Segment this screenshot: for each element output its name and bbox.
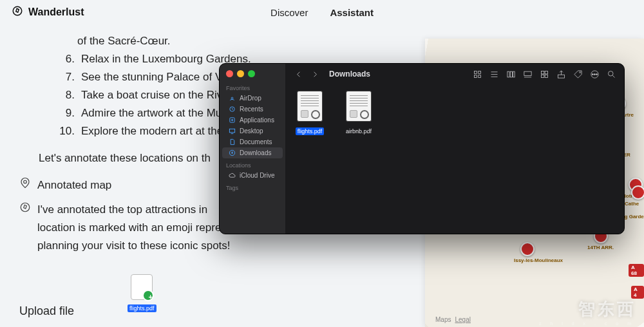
share-button[interactable]: [556, 69, 566, 79]
pdf-icon: [346, 91, 372, 122]
tag-button[interactable]: [573, 69, 583, 79]
svg-rect-11: [478, 75, 480, 77]
brand-name: Wanderlust: [28, 6, 84, 18]
svg-point-24: [592, 73, 593, 75]
group-button[interactable]: [539, 69, 549, 79]
thumbnail-label: flights.pdf: [128, 304, 156, 312]
svg-point-2: [21, 203, 30, 212]
svg-point-26: [608, 71, 613, 76]
map-attribution: Maps Legal: [431, 316, 471, 323]
list-item: Take a boat cruise on the River: [81, 86, 232, 104]
svg-rect-19: [545, 75, 547, 77]
watermark: 智东西: [578, 298, 636, 321]
svg-rect-18: [541, 75, 544, 77]
pdf-icon: [297, 91, 323, 122]
window-traffic-lights[interactable]: [220, 64, 285, 81]
file-grid[interactable]: flights.pdfairbnb.pdf: [285, 84, 624, 234]
gallery-view-button[interactable]: [522, 69, 533, 79]
file-item[interactable]: airbnb.pdf: [343, 91, 374, 136]
svg-point-21: [579, 71, 580, 73]
downloads-icon: [229, 149, 236, 156]
svg-rect-20: [558, 75, 564, 78]
file-label: flights.pdf: [296, 127, 325, 135]
road-shield: A 68: [629, 264, 644, 277]
applications-icon: [229, 117, 236, 124]
finder-sidebar: Favorites AirDropRecentsApplicationsDesk…: [220, 64, 285, 234]
upload-file-label[interactable]: Upload file: [19, 304, 74, 318]
nav-discover[interactable]: Discover: [270, 7, 308, 18]
column-view-button[interactable]: [506, 69, 516, 79]
finder-main: Downloads flights.pdfairbnb.pdf: [285, 64, 624, 234]
locations-label: Locations: [220, 158, 285, 170]
road-shield: A 4: [631, 286, 644, 299]
svg-point-25: [596, 73, 597, 75]
compass-icon: [19, 201, 31, 219]
list-fragment-top: of the Sacré-Cœur.: [77, 32, 393, 50]
tags-label: Tags: [220, 181, 285, 192]
svg-rect-13: [510, 71, 512, 77]
action-button[interactable]: [589, 69, 600, 79]
sidebar-item-documents[interactable]: Documents: [222, 136, 283, 147]
favorites-label: Favorites: [220, 81, 285, 93]
list-item: Explore the modern art at the C: [81, 122, 234, 140]
svg-rect-14: [513, 71, 515, 77]
sidebar-item-downloads[interactable]: Downloads: [222, 147, 283, 158]
svg-rect-15: [524, 71, 531, 75]
maximize-icon[interactable]: [248, 70, 255, 77]
cloud-icon: [229, 172, 236, 179]
map-pin-label: Cathe: [625, 201, 639, 207]
finder-window[interactable]: Favorites AirDropRecentsApplicationsDesk…: [219, 63, 625, 234]
svg-rect-8: [474, 71, 477, 73]
back-button[interactable]: [293, 69, 303, 79]
svg-rect-12: [507, 71, 509, 77]
icon-view-button[interactable]: [472, 69, 482, 79]
sidebar-item-airdrop[interactable]: AirDrop: [222, 93, 283, 104]
svg-point-23: [594, 73, 595, 75]
map-pin-label: 14TH ARR.: [587, 245, 614, 250]
list-item: Admire the artwork at the Mus: [81, 104, 227, 122]
svg-rect-10: [474, 75, 477, 77]
map-pin[interactable]: [631, 185, 644, 200]
documents-icon: [229, 138, 236, 145]
svg-rect-6: [229, 129, 234, 133]
recents-icon: [229, 106, 236, 113]
airdrop-icon: [229, 95, 236, 102]
list-item: See the stunning Palace of Ver: [81, 68, 231, 86]
top-nav: Discover Assistant: [270, 7, 374, 18]
svg-point-0: [13, 6, 22, 15]
pdf-icon: [131, 274, 153, 300]
annotated-map-label: Annotated map: [37, 176, 111, 194]
svg-rect-9: [478, 71, 480, 73]
file-item[interactable]: flights.pdf: [294, 91, 325, 136]
map-pin-label: Issy-les-Moulineaux: [514, 257, 563, 263]
search-button[interactable]: [606, 69, 616, 79]
svg-point-1: [24, 181, 27, 184]
sidebar-item-applications[interactable]: Applications: [222, 115, 283, 126]
watermark-sub: z h i d x . c o m: [539, 321, 635, 326]
finder-title: Downloads: [329, 70, 370, 79]
sidebar-item-recents[interactable]: Recents: [222, 104, 283, 115]
desktop-icon: [229, 127, 236, 135]
forward-button[interactable]: [310, 69, 320, 79]
list-view-button[interactable]: [489, 69, 499, 79]
minimize-icon[interactable]: [237, 70, 244, 77]
finder-toolbar: Downloads: [285, 64, 624, 84]
svg-rect-16: [541, 71, 544, 73]
dragged-file-thumbnail[interactable]: flights.pdf: [128, 274, 156, 313]
sidebar-item-icloud-drive[interactable]: iCloud Drive: [222, 170, 283, 181]
top-bar: Wanderlust Discover Assistant: [0, 0, 644, 24]
nav-assistant[interactable]: Assistant: [330, 7, 374, 18]
file-label: airbnb.pdf: [344, 127, 374, 135]
compass-icon: [12, 5, 23, 19]
map-pin[interactable]: [520, 242, 535, 256]
pin-icon: [19, 176, 31, 194]
close-icon[interactable]: [226, 70, 233, 77]
sidebar-item-desktop[interactable]: Desktop: [222, 126, 283, 136]
svg-rect-17: [545, 71, 547, 73]
svg-point-3: [231, 97, 233, 99]
